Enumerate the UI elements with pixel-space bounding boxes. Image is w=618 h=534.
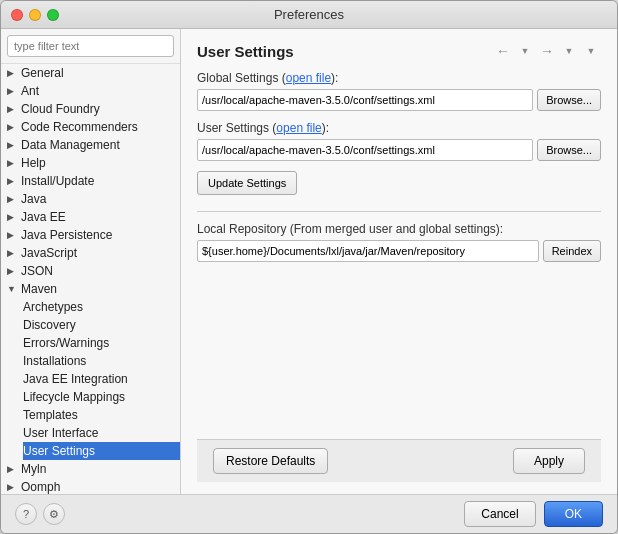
ok-button[interactable]: OK	[544, 501, 603, 527]
help-icon: ?	[23, 508, 29, 520]
sidebar-item-label: Oomph	[21, 480, 60, 494]
sidebar-item-label: Install/Update	[21, 174, 94, 188]
separator	[197, 211, 601, 212]
arrow-icon: ▶	[7, 230, 19, 240]
sidebar-item-data-management[interactable]: ▶ Data Management	[1, 136, 180, 154]
arrow-icon: ▶	[7, 176, 19, 186]
page-title: User Settings	[197, 43, 294, 60]
sidebar-item-code-recommenders[interactable]: ▶ Code Recommenders	[1, 118, 180, 136]
arrow-icon: ▶	[7, 194, 19, 204]
maximize-button[interactable]	[47, 9, 59, 21]
global-settings-label: Global Settings (open file):	[197, 71, 601, 85]
footer-right-buttons: Cancel OK	[464, 501, 603, 527]
sidebar-item-lifecycle-mappings[interactable]: Lifecycle Mappings	[23, 388, 180, 406]
content-area: User Settings ← ▼ → ▼ ▼ Global Settings …	[181, 29, 617, 494]
footer-bar: ? ⚙ Cancel OK	[1, 494, 617, 533]
global-settings-input[interactable]	[197, 89, 533, 111]
sidebar-item-label: Java Persistence	[21, 228, 112, 242]
arrow-icon: ▶	[7, 482, 19, 492]
sidebar-item-json[interactable]: ▶ JSON	[1, 262, 180, 280]
user-settings-label: User Settings (open file):	[197, 121, 601, 135]
local-repo-row: Reindex	[197, 240, 601, 262]
browse-user-button[interactable]: Browse...	[537, 139, 601, 161]
main-content: ▶ General ▶ Ant ▶ Cloud Foundry ▶ Code R…	[1, 29, 617, 494]
local-repo-label: Local Repository (From merged user and g…	[197, 222, 601, 236]
sidebar-item-help[interactable]: ▶ Help	[1, 154, 180, 172]
cancel-button[interactable]: Cancel	[464, 501, 535, 527]
sidebar-item-user-interface[interactable]: User Interface	[23, 424, 180, 442]
sidebar-item-errors-warnings[interactable]: Errors/Warnings	[23, 334, 180, 352]
back-icon[interactable]: ←	[493, 41, 513, 61]
sidebar-item-label: JavaScript	[21, 246, 77, 260]
sidebar-item-label: Code Recommenders	[21, 120, 138, 134]
spacer	[197, 272, 601, 439]
global-settings-row: Browse...	[197, 89, 601, 111]
arrow-icon: ▶	[7, 464, 19, 474]
arrow-icon: ▶	[7, 212, 19, 222]
help-button[interactable]: ?	[15, 503, 37, 525]
arrow-icon: ▶	[7, 86, 19, 96]
preferences-window: Preferences ▶ General ▶ Ant ▶ Cloud Foun…	[0, 0, 618, 534]
sidebar-item-label: Java	[21, 192, 46, 206]
arrow-icon: ▶	[7, 266, 19, 276]
sidebar-item-java-persistence[interactable]: ▶ Java Persistence	[1, 226, 180, 244]
global-settings-link[interactable]: open file	[286, 71, 331, 85]
sidebar-item-install-update[interactable]: ▶ Install/Update	[1, 172, 180, 190]
arrow-icon: ▼	[7, 284, 19, 294]
user-settings-input[interactable]	[197, 139, 533, 161]
arrow-icon: ▶	[7, 122, 19, 132]
sidebar-item-label: Maven	[21, 282, 57, 296]
sidebar-item-oomph[interactable]: ▶ Oomph	[1, 478, 180, 494]
preferences-button[interactable]: ⚙	[43, 503, 65, 525]
window-title: Preferences	[274, 7, 344, 22]
forward-icon[interactable]: →	[537, 41, 557, 61]
browse-global-button[interactable]: Browse...	[537, 89, 601, 111]
menu-dropdown-icon[interactable]: ▼	[581, 41, 601, 61]
sidebar-child-label: Discovery	[23, 318, 76, 332]
sidebar-item-cloud-foundry[interactable]: ▶ Cloud Foundry	[1, 100, 180, 118]
restore-defaults-button[interactable]: Restore Defaults	[213, 448, 328, 474]
sidebar-item-label: Java EE	[21, 210, 66, 224]
sidebar-child-label: Lifecycle Mappings	[23, 390, 125, 404]
arrow-icon: ▶	[7, 68, 19, 78]
minimize-button[interactable]	[29, 9, 41, 21]
maven-children: Archetypes Discovery Errors/Warnings Ins…	[1, 298, 180, 460]
sidebar-item-label: JSON	[21, 264, 53, 278]
close-button[interactable]	[11, 9, 23, 21]
sidebar-item-javascript[interactable]: ▶ JavaScript	[1, 244, 180, 262]
reindex-button[interactable]: Reindex	[543, 240, 601, 262]
sidebar-item-discovery[interactable]: Discovery	[23, 316, 180, 334]
sidebar-item-label: Myln	[21, 462, 46, 476]
sidebar-item-archetypes[interactable]: Archetypes	[23, 298, 180, 316]
sidebar-item-general[interactable]: ▶ General	[1, 64, 180, 82]
arrow-icon: ▶	[7, 104, 19, 114]
content-header: User Settings ← ▼ → ▼ ▼	[197, 41, 601, 61]
preferences-icon: ⚙	[49, 508, 59, 521]
sidebar-child-label: User Interface	[23, 426, 98, 440]
local-repo-input[interactable]	[197, 240, 539, 262]
sidebar-item-maven[interactable]: ▼ Maven	[1, 280, 180, 298]
user-settings-link[interactable]: open file	[276, 121, 321, 135]
footer-left-icons: ? ⚙	[15, 503, 65, 525]
sidebar-item-templates[interactable]: Templates	[23, 406, 180, 424]
sidebar-item-ant[interactable]: ▶ Ant	[1, 82, 180, 100]
bottom-action-bar: Restore Defaults Apply	[197, 439, 601, 482]
sidebar-item-java[interactable]: ▶ Java	[1, 190, 180, 208]
arrow-icon: ▶	[7, 248, 19, 258]
sidebar-item-label: Ant	[21, 84, 39, 98]
sidebar-item-installations[interactable]: Installations	[23, 352, 180, 370]
filter-input[interactable]	[7, 35, 174, 57]
sidebar-child-label: Java EE Integration	[23, 372, 128, 386]
sidebar-item-label: Data Management	[21, 138, 120, 152]
toolbar-icons: ← ▼ → ▼ ▼	[493, 41, 601, 61]
sidebar-item-mylyn[interactable]: ▶ Myln	[1, 460, 180, 478]
dropdown-icon2[interactable]: ▼	[559, 41, 579, 61]
sidebar-item-java-ee-integration[interactable]: Java EE Integration	[23, 370, 180, 388]
sidebar-item-label: Cloud Foundry	[21, 102, 100, 116]
apply-button[interactable]: Apply	[513, 448, 585, 474]
sidebar-item-user-settings[interactable]: User Settings	[23, 442, 180, 460]
update-settings-button[interactable]: Update Settings	[197, 171, 297, 195]
dropdown-icon[interactable]: ▼	[515, 41, 535, 61]
sidebar-item-java-ee[interactable]: ▶ Java EE	[1, 208, 180, 226]
sidebar-child-label: User Settings	[23, 444, 95, 458]
